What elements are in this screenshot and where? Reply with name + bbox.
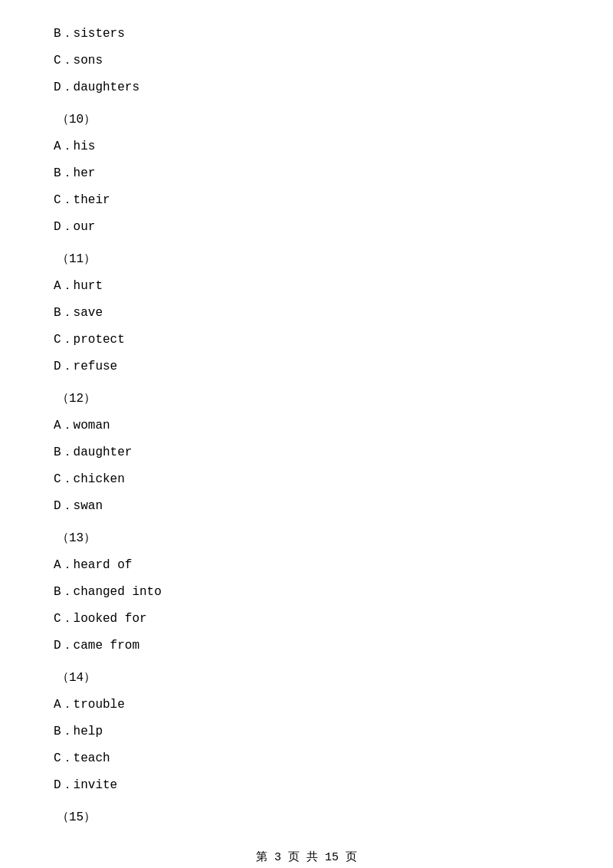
- option-3-2: C．chicken: [54, 469, 559, 491]
- option-1-0: A．his: [54, 136, 559, 158]
- option-2-0: A．hurt: [54, 275, 559, 298]
- section-number-3: （12）: [54, 388, 559, 410]
- option-1-1: B．her: [54, 163, 559, 185]
- option-3-1: B．daughter: [54, 442, 559, 464]
- page-content: B．sistersC．sonsD．daughters（10）A．hisB．her…: [0, 0, 613, 868]
- page-footer: 第 3 页 共 15 页: [0, 850, 613, 864]
- section-number-2: （11）: [54, 248, 559, 271]
- option-2-1: B．save: [54, 302, 559, 324]
- option-4-1: B．changed into: [54, 581, 559, 603]
- section-number-4: （13）: [54, 528, 559, 550]
- option-5-1: B．help: [54, 721, 559, 743]
- option-2-2: C．protect: [54, 329, 559, 351]
- option-2-3: D．refuse: [54, 356, 559, 378]
- option-0-1: C．sons: [54, 50, 559, 72]
- option-3-0: A．woman: [54, 415, 559, 437]
- section-number-6: （15）: [54, 807, 559, 829]
- option-4-0: A．heard of: [54, 554, 559, 577]
- option-3-3: D．swan: [54, 495, 559, 518]
- option-1-2: C．their: [54, 189, 559, 212]
- option-5-3: D．invite: [54, 774, 559, 797]
- option-5-2: C．teach: [54, 748, 559, 770]
- footer-text: 第 3 页 共 15 页: [256, 851, 357, 864]
- option-1-3: D．our: [54, 216, 559, 238]
- section-number-1: （10）: [54, 109, 559, 131]
- option-4-2: C．looked for: [54, 608, 559, 630]
- option-5-0: A．trouble: [54, 694, 559, 716]
- option-4-3: D．came from: [54, 635, 559, 657]
- section-number-5: （14）: [54, 667, 559, 689]
- option-0-2: D．daughters: [54, 77, 559, 99]
- option-0-0: B．sisters: [54, 23, 559, 45]
